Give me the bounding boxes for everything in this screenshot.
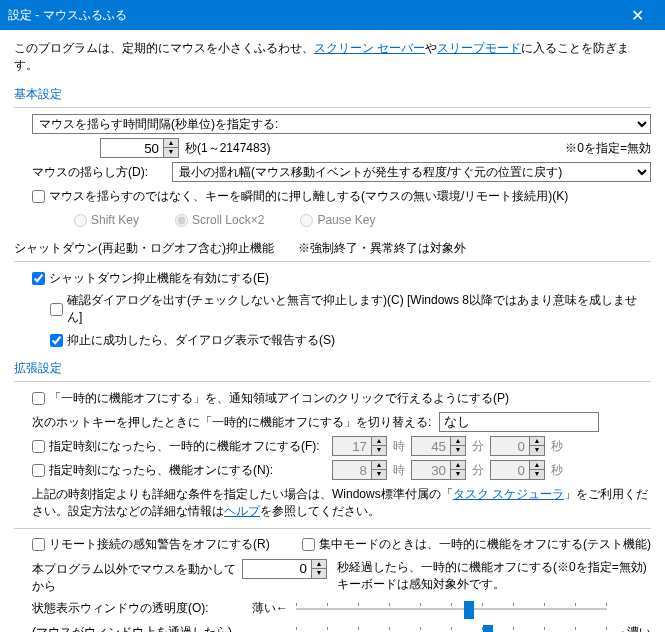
shutdown-confirm-label: 確認ダイアログを出す(チェックしないと無言で抑止します)(C) [Windows… bbox=[67, 292, 651, 326]
row-shutdown-report: 抑止に成功したら、ダイアログ表示で報告する(S) bbox=[14, 330, 651, 350]
time-off-sec[interactable] bbox=[490, 436, 530, 456]
external-note2: キーボードは感知対象外です。 bbox=[337, 576, 647, 593]
note-suffix: を参照してください。 bbox=[260, 504, 380, 518]
radio-shift-input[interactable] bbox=[74, 214, 87, 227]
interval-unit: 秒(1～2147483) bbox=[185, 140, 270, 157]
link-task-scheduler[interactable]: タスク スケジューラ bbox=[453, 487, 564, 501]
row-shutdown-enable: シャットダウン抑止機能を有効にする(E) bbox=[14, 268, 651, 288]
row-key-checkbox: マウスを揺らすのではなく、キーを瞬間的に押し離しする(マウスの無い環境/リモート… bbox=[14, 186, 651, 206]
intro-text: このプログラムは、定期的にマウスを小さくふるわせ、スクリーン セーバーやスリープ… bbox=[14, 40, 651, 74]
shutdown-enable-label: シャットダウン抑止機能を有効にする(E) bbox=[49, 270, 269, 287]
opacity-label: 状態表示ウィンドウの透明度(O): bbox=[32, 600, 252, 617]
shutdown-report-label: 抑止に成功したら、ダイアログ表示で報告する(S) bbox=[67, 332, 335, 349]
row-tray-off: 「一時的に機能オフにする」を、通知領域アイコンのクリックで行えるようにする(P) bbox=[14, 388, 651, 408]
intro-prefix: このプログラムは、定期的にマウスを小さくふるわせ、 bbox=[14, 41, 314, 55]
row-shake-method: マウスの揺らし方(D): 最小の揺れ幅(マウス移動イベントが発生する程度/すぐ元… bbox=[14, 162, 651, 182]
shutdown-enable-checkbox[interactable] bbox=[32, 272, 45, 285]
external-input[interactable] bbox=[242, 559, 312, 579]
spinner[interactable]: ▲▼ bbox=[530, 436, 545, 456]
divider bbox=[14, 528, 651, 529]
key-radio-group: Shift Key Scroll Lock×2 Pause Key bbox=[14, 210, 651, 230]
row-remote-focus: リモート接続の感知警告をオフにする(R) 集中モードのときは、一時的に機能をオフ… bbox=[14, 535, 651, 555]
external-note-block: 秒経過したら、一時的に機能オフにする(※0を指定=無効) キーボードは感知対象外… bbox=[337, 559, 647, 593]
remote-off-label: リモート接続の感知警告をオフにする(R) bbox=[49, 536, 270, 553]
time-off-label: 指定時刻になったら、一時的に機能オフにする(F): bbox=[49, 439, 320, 453]
radio-scroll-input[interactable] bbox=[175, 214, 188, 227]
shutdown-report-checkbox[interactable] bbox=[50, 334, 63, 347]
radio-pause-input[interactable] bbox=[300, 214, 313, 227]
divider bbox=[14, 261, 651, 262]
radio-scroll: Scroll Lock×2 bbox=[175, 213, 264, 227]
row-external-mouse: 本プログラム以外でマウスを動かしてから ▲▼ 秒経過したら、一時的に機能オフにす… bbox=[14, 559, 651, 595]
focus-off-label: 集中モードのときは、一時的に機能をオフにする(テスト機能) bbox=[319, 536, 651, 553]
window-title: 設定 - マウスふるふる bbox=[8, 7, 617, 24]
spinner[interactable]: ▲▼ bbox=[372, 460, 387, 480]
time-off-hour[interactable] bbox=[332, 436, 372, 456]
close-icon[interactable]: ✕ bbox=[617, 6, 657, 25]
opacity-slider-1[interactable] bbox=[296, 599, 607, 619]
unit-h: 時 bbox=[393, 438, 405, 455]
spinner[interactable]: ▲▼ bbox=[372, 436, 387, 456]
link-help[interactable]: ヘルプ bbox=[224, 504, 260, 518]
time-on-label: 指定時刻になったら、機能オンにする(N): bbox=[49, 463, 273, 477]
row-interval-value: ▲▼ 秒(1～2147483) ※0を指定=無効 bbox=[14, 138, 651, 158]
time-on-hour[interactable] bbox=[332, 460, 372, 480]
intro-mid: や bbox=[425, 41, 437, 55]
time-off-checkbox[interactable] bbox=[32, 440, 45, 453]
external-label: 本プログラム以外でマウスを動かしてから bbox=[32, 559, 242, 595]
unit-s: 秒 bbox=[551, 462, 563, 479]
interval-spinner[interactable]: ▲▼ bbox=[164, 138, 179, 158]
row-hotkey: 次のホットキーを押したときに「一時的に機能オフにする」を切り替える: bbox=[14, 412, 651, 432]
group-ext-heading: 拡張設定 bbox=[14, 360, 651, 377]
interval-select[interactable]: マウスを揺らす時間間隔(秒単位)を指定する: bbox=[32, 114, 651, 134]
note-prefix: 上記の時刻指定よりも詳細な条件を指定したい場合は、Windows標準付属の「 bbox=[32, 487, 453, 501]
radio-pause: Pause Key bbox=[300, 213, 375, 227]
interval-input[interactable] bbox=[100, 138, 164, 158]
divider bbox=[14, 381, 651, 382]
opacity-right2: →濃い bbox=[615, 624, 651, 632]
link-screensaver[interactable]: スクリーン セーバー bbox=[314, 41, 425, 55]
opacity-left: 薄い← bbox=[252, 600, 288, 617]
key-mode-checkbox[interactable] bbox=[32, 190, 45, 203]
row-shutdown-confirm: 確認ダイアログを出す(チェックしないと無言で抑止します)(C) [Windows… bbox=[14, 292, 651, 326]
time-off-min[interactable] bbox=[411, 436, 451, 456]
opacity-slider-2[interactable] bbox=[296, 623, 607, 632]
tray-off-label: 「一時的に機能オフにする」を、通知領域アイコンのクリックで行えるようにする(P) bbox=[49, 390, 509, 407]
link-sleep[interactable]: スリープモード bbox=[437, 41, 521, 55]
focus-off-checkbox[interactable] bbox=[302, 538, 315, 551]
spinner[interactable]: ▲▼ bbox=[451, 436, 466, 456]
time-on-sec[interactable] bbox=[490, 460, 530, 480]
hotkey-label: 次のホットキーを押したときに「一時的に機能オフにする」を切り替える: bbox=[32, 414, 431, 431]
shutdown-confirm-checkbox[interactable] bbox=[50, 303, 63, 316]
tray-off-checkbox[interactable] bbox=[32, 392, 45, 405]
row-time-on: 指定時刻になったら、機能オンにする(N): ▲▼ 時 ▲▼ 分 ▲▼ 秒 bbox=[14, 460, 651, 480]
dialog-content: このプログラムは、定期的にマウスを小さくふるわせ、スクリーン セーバーやスリープ… bbox=[0, 30, 665, 632]
row-opacity: 状態表示ウィンドウの透明度(O): 薄い← →濃い bbox=[14, 599, 651, 619]
group-shutdown-heading: シャットダウン(再起動・ログオフ含む)抑止機能 ※強制終了・異常終了は対象外 bbox=[14, 240, 651, 257]
opacity-sub-label: (マウスがウィンドウ上を通過したら) bbox=[32, 624, 252, 632]
key-mode-label: マウスを揺らすのではなく、キーを瞬間的に押し離しする(マウスの無い環境/リモート… bbox=[49, 188, 568, 205]
row-interval-label: マウスを揺らす時間間隔(秒単位)を指定する: bbox=[14, 114, 651, 134]
time-on-min[interactable] bbox=[411, 460, 451, 480]
row-time-off: 指定時刻になったら、一時的に機能オフにする(F): ▲▼ 時 ▲▼ 分 ▲▼ 秒 bbox=[14, 436, 651, 456]
unit-m: 分 bbox=[472, 438, 484, 455]
divider bbox=[14, 107, 651, 108]
group-basic-heading: 基本設定 bbox=[14, 86, 651, 103]
external-note1: 秒経過したら、一時的に機能オフにする(※0を指定=無効) bbox=[337, 559, 647, 576]
spinner[interactable]: ▲▼ bbox=[451, 460, 466, 480]
titlebar: 設定 - マウスふるふる ✕ bbox=[0, 0, 665, 30]
shake-method-label: マウスの揺らし方(D): bbox=[32, 164, 172, 181]
unit-m: 分 bbox=[472, 462, 484, 479]
time-on-checkbox[interactable] bbox=[32, 464, 45, 477]
shake-method-select[interactable]: 最小の揺れ幅(マウス移動イベントが発生する程度/すぐ元の位置に戻す) bbox=[172, 162, 651, 182]
unit-h: 時 bbox=[393, 462, 405, 479]
spinner[interactable]: ▲▼ bbox=[530, 460, 545, 480]
radio-shift: Shift Key bbox=[74, 213, 139, 227]
hotkey-input[interactable] bbox=[439, 412, 599, 432]
row-opacity-sub: (マウスがウィンドウ上を通過したら) 薄い← →濃い bbox=[14, 623, 651, 632]
unit-s: 秒 bbox=[551, 438, 563, 455]
spinner[interactable]: ▲▼ bbox=[312, 559, 327, 579]
remote-off-checkbox[interactable] bbox=[32, 538, 45, 551]
interval-note: ※0を指定=無効 bbox=[565, 140, 651, 157]
scheduler-note: 上記の時刻指定よりも詳細な条件を指定したい場合は、Windows標準付属の「タス… bbox=[14, 486, 651, 520]
